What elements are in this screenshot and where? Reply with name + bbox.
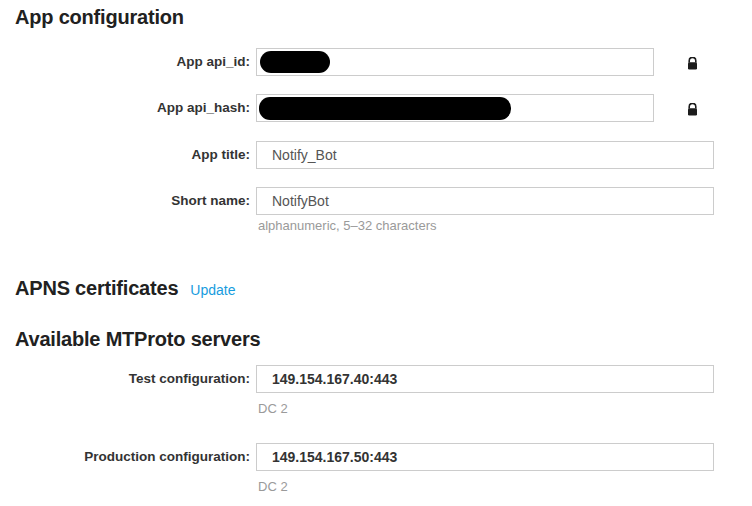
short-name-label: Short name: [0, 187, 250, 215]
app-configuration-page: App configuration App api_id: App api_ha… [0, 0, 752, 506]
app-title-label: App title: [0, 141, 250, 169]
production-configuration-label: Production configuration: [0, 443, 250, 471]
apns-certificates-heading: APNS certificatesUpdate [15, 277, 236, 300]
short-name-helper: alphanumeric, 5–32 characters [258, 218, 437, 233]
lock-icon [687, 102, 698, 115]
test-configuration-input[interactable] [256, 365, 714, 393]
api-id-redaction [260, 51, 330, 73]
mtproto-servers-heading: Available MTProto servers [15, 328, 260, 351]
api-hash-redaction [259, 97, 511, 120]
lock-icon [687, 56, 698, 69]
production-configuration-input[interactable] [256, 443, 714, 471]
short-name-input[interactable] [256, 187, 714, 215]
production-configuration-dc: DC 2 [258, 479, 288, 494]
api-id-label: App api_id: [0, 48, 250, 76]
apns-update-link[interactable]: Update [190, 282, 235, 298]
test-configuration-dc: DC 2 [258, 401, 288, 416]
apns-certificates-title: APNS certificates [15, 277, 178, 299]
api-hash-label: App api_hash: [0, 94, 250, 122]
app-configuration-heading: App configuration [15, 6, 184, 29]
test-configuration-label: Test configuration: [0, 365, 250, 393]
app-title-input[interactable] [256, 141, 714, 169]
